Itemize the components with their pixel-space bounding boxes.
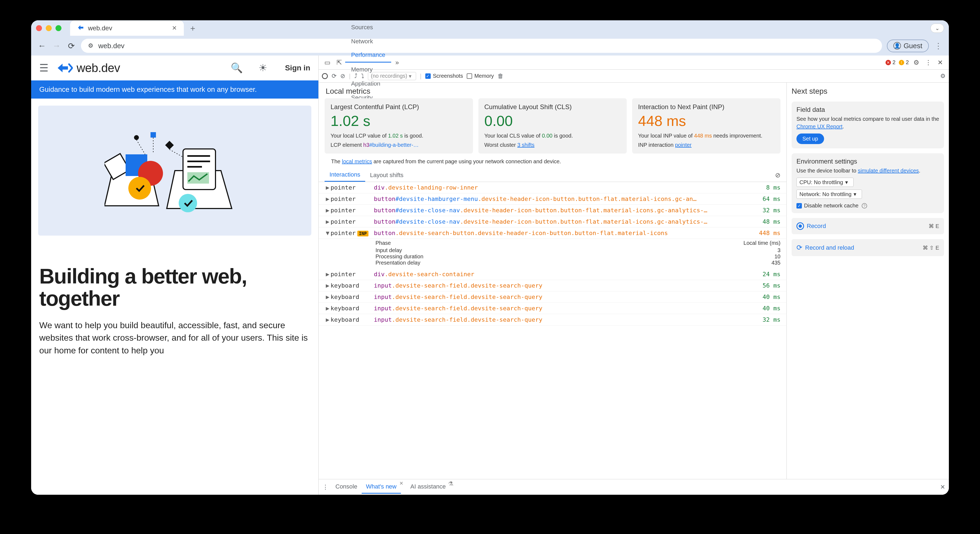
- close-window-button[interactable]: [36, 25, 42, 31]
- more-menu-icon[interactable]: ⋮: [922, 57, 934, 69]
- interaction-row[interactable]: ▶pointerbutton#devsite-hamburger-menu.de…: [319, 193, 786, 205]
- metric-inp: Interaction to Next Paint (INP) 448 ms Y…: [632, 98, 781, 153]
- phase-breakdown: PhaseLocal time (ms)Input delay3Processi…: [319, 239, 786, 269]
- interaction-row[interactable]: ▶pointerbutton#devsite-close-nav.devsite…: [319, 216, 786, 228]
- profile-chip[interactable]: 👤 Guest: [887, 40, 929, 52]
- record-reload-row[interactable]: ⟳ Record and reload ⌘ ⇧ E: [792, 239, 944, 256]
- webdev-logo-icon: [57, 62, 73, 74]
- simulate-devices-link[interactable]: simulate different devices: [858, 167, 919, 174]
- drawer-menu-icon[interactable]: ⋮: [323, 484, 328, 491]
- page-header: ☰ web.dev 🔍 ☀ Sign in: [31, 56, 318, 80]
- setup-button[interactable]: Set up: [797, 134, 824, 144]
- recordings-select[interactable]: (no recordings) ▾: [368, 72, 416, 80]
- clear-interactions-icon[interactable]: ⊘: [775, 171, 781, 179]
- new-tab-button[interactable]: ＋: [189, 23, 197, 34]
- warning-count[interactable]: !2: [899, 59, 909, 65]
- site-logo[interactable]: web.dev: [57, 61, 120, 75]
- interaction-row[interactable]: ▶pointerdiv.devsite-landing-row-inner8 m…: [319, 182, 786, 193]
- drawer-tab-what-s-new[interactable]: What's new: [362, 480, 401, 494]
- upload-icon[interactable]: ⤴: [354, 73, 357, 80]
- subtab-layout-shifts[interactable]: Layout shifts: [365, 169, 409, 182]
- reload-record-icon[interactable]: ⟳: [332, 73, 337, 80]
- cls-shifts-link[interactable]: 3 shifts: [517, 142, 535, 148]
- metric-lcp: Largest Contentful Paint (LCP) 1.02 s Yo…: [325, 98, 473, 153]
- perf-subtabs: Interactions Layout shifts ⊘: [319, 169, 786, 182]
- omnibox[interactable]: ⚙ web.dev: [81, 39, 882, 53]
- info-line: The local metrics are captured from the …: [319, 157, 786, 169]
- window-controls: [36, 25, 62, 31]
- reload-icon: ⟳: [797, 244, 802, 252]
- more-tabs-icon[interactable]: »: [391, 57, 403, 69]
- devtools-drawer: ⋮ ConsoleWhat's new✕AI assistance⚗ ✕: [319, 479, 949, 495]
- env-settings-card: Environment settings Use the device tool…: [792, 153, 944, 213]
- inp-interaction-link[interactable]: pointer: [675, 142, 691, 148]
- device-toolbar-icon[interactable]: ⇱: [333, 57, 345, 69]
- devtools-tab-sources[interactable]: Sources: [345, 20, 391, 34]
- expand-chevron-icon[interactable]: ⌄: [931, 24, 944, 33]
- svg-point-3: [128, 177, 151, 199]
- browser-menu-button[interactable]: ⋮: [934, 41, 943, 50]
- minimize-window-button[interactable]: [46, 25, 52, 31]
- crux-link[interactable]: Chrome UX Report: [797, 123, 843, 129]
- site-settings-icon[interactable]: ⚙: [88, 42, 94, 49]
- network-throttle-select[interactable]: Network: No throttling▾: [797, 190, 862, 199]
- inspect-element-icon[interactable]: ▭: [321, 57, 333, 69]
- drawer-close-icon[interactable]: ✕: [940, 484, 945, 491]
- devtools-tabs: ▭ ⇱ ElementsConsoleSourcesNetworkPerform…: [319, 56, 949, 70]
- error-count[interactable]: ✕2: [886, 59, 896, 65]
- browser-tab[interactable]: web.dev ✕: [70, 21, 184, 36]
- interactions-list: ▶pointerdiv.devsite-landing-row-inner8 m…: [319, 182, 786, 479]
- record-row[interactable]: Record ⌘ E: [792, 218, 944, 234]
- svg-point-10: [134, 135, 139, 140]
- memory-checkbox[interactable]: Memory: [467, 73, 494, 79]
- svg-rect-11: [151, 132, 156, 137]
- url-bar: ← → ⟳ ⚙ web.dev 👤 Guest ⋮: [31, 36, 949, 56]
- svg-line-12: [137, 140, 145, 155]
- close-devtools-icon[interactable]: ✕: [934, 57, 946, 69]
- site-logo-text: web.dev: [76, 61, 120, 75]
- interaction-row[interactable]: ▶keyboardinput.devsite-search-field.devs…: [319, 303, 786, 314]
- help-icon[interactable]: ?: [862, 203, 867, 209]
- interaction-row[interactable]: ▶keyboardinput.devsite-search-field.devs…: [319, 292, 786, 303]
- maximize-window-button[interactable]: [56, 25, 62, 31]
- perf-settings-icon[interactable]: ⚙: [940, 73, 946, 80]
- local-metrics-link[interactable]: local metrics: [342, 158, 372, 164]
- interaction-row[interactable]: ▶pointerdiv.devsite-search-container24 m…: [319, 269, 786, 280]
- interaction-row[interactable]: ▶keyboardinput.devsite-search-field.devs…: [319, 314, 786, 325]
- profile-label: Guest: [904, 42, 922, 50]
- hamburger-icon[interactable]: ☰: [39, 62, 48, 74]
- interaction-row[interactable]: ▶pointerbutton#devsite-close-nav.devsite…: [319, 205, 786, 216]
- screenshots-checkbox[interactable]: ✓Screenshots: [425, 73, 463, 79]
- devtools-tab-network[interactable]: Network: [345, 34, 391, 48]
- svg-line-14: [169, 150, 183, 157]
- metric-cls: Cumulative Layout Shift (CLS) 0.00 Your …: [478, 98, 627, 153]
- hero-title: Building a better web, together: [39, 265, 310, 310]
- signin-button[interactable]: Sign in: [285, 64, 310, 72]
- gc-icon[interactable]: 🗑: [498, 73, 504, 80]
- perf-main: Local metrics Largest Contentful Paint (…: [319, 83, 786, 479]
- flask-icon: ⚗: [448, 480, 453, 494]
- nav-back-button[interactable]: ←: [37, 41, 47, 51]
- drawer-tab-ai-assistance[interactable]: AI assistance: [406, 480, 450, 494]
- settings-icon[interactable]: ⚙: [910, 57, 922, 69]
- subtab-interactions[interactable]: Interactions: [325, 169, 365, 182]
- cpu-throttle-select[interactable]: CPU: No throttling▾: [797, 178, 854, 187]
- drawer-tab-console[interactable]: Console: [331, 480, 362, 494]
- nav-forward-button[interactable]: →: [52, 41, 62, 51]
- profile-icon: 👤: [893, 42, 901, 49]
- drawer-tab-close-icon[interactable]: ✕: [399, 480, 403, 494]
- download-icon[interactable]: ⤵: [361, 73, 364, 80]
- record-icon[interactable]: [322, 73, 328, 79]
- interaction-row[interactable]: ▼pointerINPbutton.devsite-search-button.…: [319, 228, 786, 239]
- nav-reload-button[interactable]: ⟳: [66, 41, 76, 51]
- devtools: ▭ ⇱ ElementsConsoleSourcesNetworkPerform…: [319, 56, 949, 495]
- clear-icon[interactable]: ⊘: [340, 73, 345, 80]
- devtools-tab-performance[interactable]: Performance: [345, 48, 391, 62]
- browser-window: web.dev ✕ ＋ ⌄ ← → ⟳ ⚙ web.dev 👤 Guest ⋮ …: [31, 20, 949, 495]
- theme-toggle-icon[interactable]: ☀: [259, 62, 267, 74]
- search-icon[interactable]: 🔍: [231, 62, 243, 74]
- banner: Guidance to build modern web experiences…: [31, 80, 318, 99]
- disable-cache-checkbox[interactable]: ✓Disable network cache?: [797, 202, 939, 209]
- tab-close-icon[interactable]: ✕: [172, 25, 177, 32]
- interaction-row[interactable]: ▶keyboardinput.devsite-search-field.devs…: [319, 280, 786, 292]
